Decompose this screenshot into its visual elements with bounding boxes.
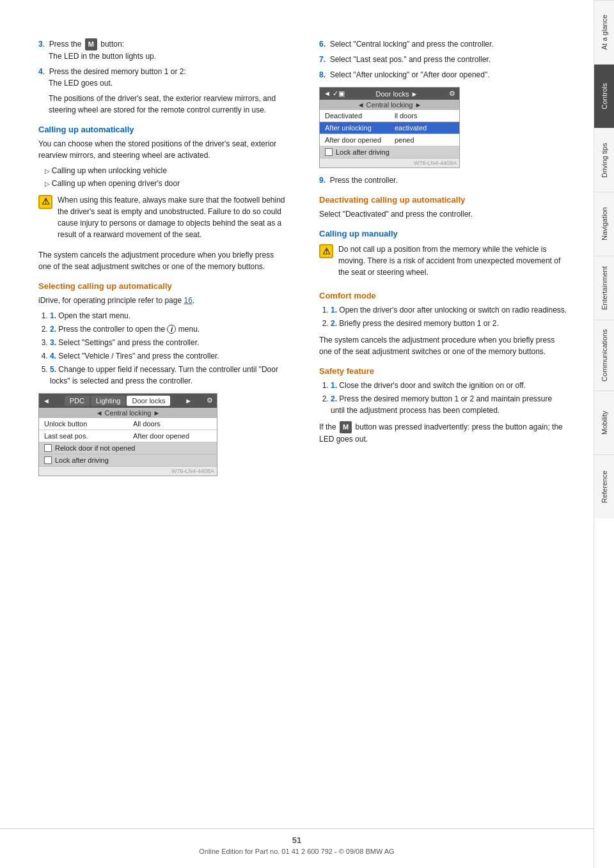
door-locks-tab[interactable]: Door locks xyxy=(127,396,170,406)
comfort-num-2: 2. xyxy=(331,319,337,328)
sidebar-tab-communications[interactable]: Communications xyxy=(594,320,614,391)
step-list-3-text: Select "Settings" and press the controll… xyxy=(58,338,199,347)
step-7: 7. Select "Last seat pos." and press the… xyxy=(319,54,568,65)
i-icon: i xyxy=(167,325,176,334)
safety-steps-list: 1. Close the driver's door and switch th… xyxy=(319,380,568,416)
step-9-text: Press the controller. xyxy=(330,176,398,185)
checkbox-icon-1 xyxy=(44,444,52,452)
step-6-num: 6. xyxy=(319,40,326,49)
positions-note: The positions of the driver's seat, the … xyxy=(38,93,287,116)
screen-image-2: ◄ ✓▣ Door locks ► ⚙ ◄ Central locking ► … xyxy=(319,87,460,168)
sidebar-tab-reference[interactable]: Reference xyxy=(594,454,614,518)
step-list-5: 5. Change to upper field if necessary. T… xyxy=(50,364,287,387)
num-4: 4. xyxy=(50,352,56,360)
right-row-after-door: After door opened pened xyxy=(320,134,459,146)
step-8: 8. Select "After unlocking" or "After do… xyxy=(319,69,568,81)
num-1: 1. xyxy=(50,311,56,320)
numbered-steps-list: 1. Open the start menu. 2. Press the con… xyxy=(38,310,287,387)
arrow-item-1: Calling up when unlocking vehicle xyxy=(45,165,287,176)
screen-sub-header-1: ◄ Central locking ► xyxy=(39,408,217,418)
safety-num-1: 1. xyxy=(331,381,337,390)
warning-box-1: ⚠ When using this feature, always make s… xyxy=(38,194,287,244)
step-6: 6. Select "Central locking" and press th… xyxy=(319,38,568,50)
footer-text: Online Edition for Part no. 01 41 2 600 … xyxy=(0,848,594,855)
step-3-text: Press the xyxy=(49,40,82,49)
after-door-value: pened xyxy=(390,134,459,146)
num-2: 2. xyxy=(50,325,56,334)
pdc-tab[interactable]: PDC xyxy=(65,396,90,406)
screen-right-arrow: ► xyxy=(185,397,192,405)
right-screen-sub: ◄ Central locking ► xyxy=(320,100,459,110)
arrow-list: Calling up when unlocking vehicle Callin… xyxy=(38,165,287,189)
sidebar-tab-controls[interactable]: Controls xyxy=(594,64,614,128)
screen-row-2: Last seat pos. After door opened xyxy=(39,430,217,442)
screen-cell-1b: All doors xyxy=(128,418,217,430)
comfort-step-2: 2. Briefly press the desired memory butt… xyxy=(331,318,568,329)
step-3: 3. Press the M button: The LED in the bu… xyxy=(38,38,287,62)
screen-watermark-2: W76-LN4-4409A xyxy=(320,159,459,167)
num-3: 3. xyxy=(50,338,56,347)
comfort-num-1: 1. xyxy=(331,306,337,314)
right-checkbox-icon xyxy=(325,148,333,156)
step-3-text2: button: xyxy=(100,40,124,49)
step-list-5-text: Change to upper field if necessary. Turn… xyxy=(50,365,278,385)
screen-header-1: ◄ PDC Lighting Door locks ► ⚙ xyxy=(39,394,217,408)
comfort-heading: Comfort mode xyxy=(319,291,568,300)
step-3-sub: The LED in the button lights up. xyxy=(38,52,156,61)
right-checkbox-label: Lock after driving xyxy=(336,148,390,156)
step-9: 9. Press the controller. xyxy=(319,174,568,186)
sidebar-tab-at-a-glance[interactable]: At a glance xyxy=(594,0,614,64)
right-screen-mid: Door locks ► xyxy=(376,90,418,98)
safety-step-2: 2. Press the desired memory button 1 or … xyxy=(331,393,568,416)
selecting-heading: Selecting calling up automatically xyxy=(38,281,287,291)
sidebar-tab-navigation[interactable]: Navigation xyxy=(594,192,614,256)
deactivating-heading: Deactivating calling up automatically xyxy=(319,195,568,205)
calling-manually-heading: Calling up manually xyxy=(319,229,568,238)
screen-watermark-1: W76-LN4-4408A xyxy=(39,467,217,476)
main-content: 3. Press the M button: The LED in the bu… xyxy=(0,0,594,868)
system-cancels-2: The system cancels the adjustment proced… xyxy=(319,334,568,357)
safety-step-1-text: Close the driver's door and switch the i… xyxy=(339,381,526,390)
checkbox-label-2: Lock after driving xyxy=(55,456,109,464)
if-m-text: If the xyxy=(319,422,336,431)
step-8-num: 8. xyxy=(319,70,326,79)
step-4: 4. Press the desired memory button 1 or … xyxy=(38,66,287,89)
screen-checkbox-1: Relock door if not opened xyxy=(39,442,217,454)
warning-text-1: When using this feature, always make sur… xyxy=(58,194,287,240)
calling-up-auto-text: You can choose when the stored positions… xyxy=(38,138,287,161)
warning-icon-1: ⚠ xyxy=(38,195,52,209)
page-number: 51 xyxy=(0,835,594,845)
step-4-text: Press the desired memory button 1 or 2: xyxy=(49,67,186,76)
left-column: 3. Press the M button: The LED in the bu… xyxy=(38,38,294,830)
step-9-num: 9. xyxy=(319,176,326,185)
step-8-text: Select "After unlocking" or "After door … xyxy=(330,70,490,79)
screen-cell-1a: Unlock button xyxy=(39,418,128,430)
warning-icon-2: ⚠ xyxy=(319,244,333,258)
sidebar: At a glance Controls Driving tips Naviga… xyxy=(594,0,614,868)
checkbox-label-1: Relock door if not opened xyxy=(55,444,135,452)
page-container: 3. Press the M button: The LED in the bu… xyxy=(0,0,614,868)
step-list-3: 3. Select "Settings" and press the contr… xyxy=(50,337,287,348)
step-list-1-text: Open the start menu. xyxy=(58,311,130,320)
deactivating-text: Select "Deactivated" and press the contr… xyxy=(319,208,568,220)
right-row-after-unlocking: After unlocking eactivated xyxy=(320,122,459,134)
sidebar-tab-entertainment[interactable]: Entertainment xyxy=(594,256,614,320)
screen-row-1: Unlock button All doors xyxy=(39,418,217,430)
num-5: 5. xyxy=(50,365,56,374)
comfort-step-1: 1. Open the driver's door after unlockin… xyxy=(331,304,568,316)
step-list-2: 2. Press the controller to open the i me… xyxy=(50,323,287,335)
page-link[interactable]: 16 xyxy=(184,296,192,305)
step-6-text: Select "Central locking" and press the c… xyxy=(330,40,494,49)
step-4-num: 4 xyxy=(38,67,43,76)
lighting-tab[interactable]: Lighting xyxy=(91,396,126,406)
screen-image-1: ◄ PDC Lighting Door locks ► ⚙ ◄ Central … xyxy=(38,393,217,476)
sidebar-tab-mobility[interactable]: Mobility xyxy=(594,391,614,454)
deactivated-label: Deactivated xyxy=(320,110,390,121)
right-screen-left: ◄ ✓▣ xyxy=(324,89,345,98)
page-footer: 51 Online Edition for Part no. 01 41 2 6… xyxy=(0,828,594,855)
right-column: 6. Select "Central locking" and press th… xyxy=(313,38,568,830)
sidebar-tab-driving-tips[interactable]: Driving tips xyxy=(594,128,614,192)
warning-text-2: Do not call up a position from the memor… xyxy=(338,244,568,278)
calling-up-auto-heading: Calling up automatically xyxy=(38,125,287,134)
safety-num-2: 2. xyxy=(331,394,337,403)
